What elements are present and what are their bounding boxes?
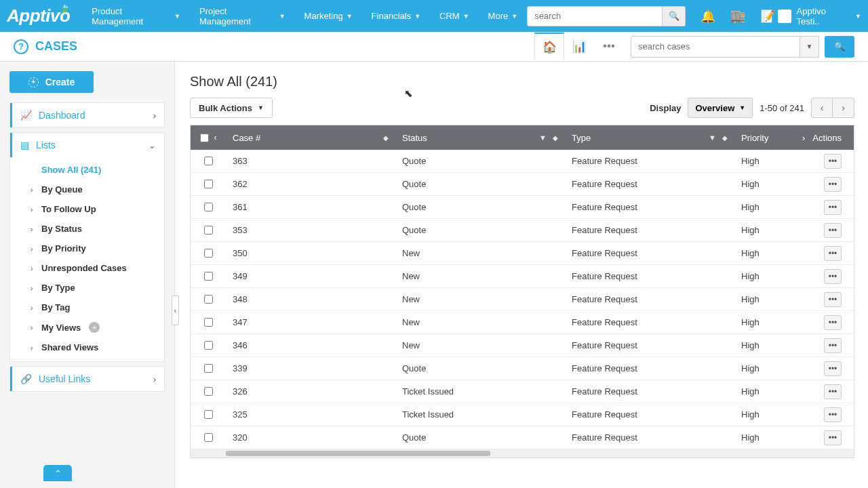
module-search-dropdown[interactable]: ▼: [800, 36, 819, 58]
sidebar-item-label: To Follow Up: [41, 204, 96, 214]
sidebar-item-by-priority[interactable]: ›By Priority: [10, 239, 164, 258]
bulk-actions-button[interactable]: Bulk Actions ▼: [190, 98, 273, 118]
row-checkbox[interactable]: [204, 341, 213, 350]
nav-item-product-management[interactable]: Product Management▼: [82, 0, 190, 35]
sidebar-item-my-views[interactable]: ›My Views+: [10, 317, 164, 338]
table-row[interactable]: 325Ticket IssuedFeature RequestHigh•••: [191, 403, 854, 426]
scrollbar-thumb[interactable]: [226, 451, 490, 456]
row-checkbox[interactable]: [204, 318, 213, 327]
td-checkbox: [191, 364, 226, 373]
sidebar-item-by-queue[interactable]: ›By Queue: [10, 180, 164, 199]
tab-home[interactable]: 🏠: [534, 33, 564, 60]
row-checkbox[interactable]: [204, 364, 213, 373]
nav-item-crm[interactable]: CRM▼: [430, 0, 479, 35]
sidebar-item-by-status[interactable]: ›By Status: [10, 219, 164, 239]
sidebar-item-by-type[interactable]: ›By Type: [10, 278, 164, 298]
range-text: 1-50 of 241: [760, 103, 804, 113]
tab-reports[interactable]: 📊: [564, 33, 594, 60]
td-actions: •••: [789, 292, 854, 307]
td-status: Quote: [395, 202, 565, 212]
module-search-button[interactable]: 🔍: [825, 36, 854, 58]
global-search-button[interactable]: 🔍: [663, 6, 686, 26]
nav-item-label: More: [488, 11, 509, 21]
pager-next-button[interactable]: ›: [833, 98, 854, 118]
sidebar-item-shared-views[interactable]: ›Shared Views: [10, 338, 164, 357]
horizontal-scrollbar[interactable]: [191, 449, 854, 458]
nav-item-marketing[interactable]: Marketing▼: [295, 0, 362, 35]
sidebar-item-to-follow-up[interactable]: ›To Follow Up: [10, 199, 164, 219]
row-checkbox[interactable]: [204, 157, 213, 165]
row-checkbox[interactable]: [204, 295, 213, 304]
row-actions-button[interactable]: •••: [824, 430, 842, 445]
row-actions-button[interactable]: •••: [824, 384, 842, 399]
th-priority[interactable]: Priority: [734, 133, 789, 143]
th-type[interactable]: Type ▼ ◆: [565, 133, 734, 143]
row-actions-button[interactable]: •••: [824, 223, 842, 238]
table-row[interactable]: 363QuoteFeature RequestHigh•••: [191, 150, 854, 173]
row-checkbox[interactable]: [204, 387, 213, 396]
row-checkbox[interactable]: [204, 433, 213, 442]
bell-icon[interactable]: 🔔: [701, 9, 715, 24]
table-row[interactable]: 353QuoteFeature RequestHigh•••: [191, 219, 854, 242]
row-checkbox[interactable]: [204, 203, 213, 211]
chevron-left-icon[interactable]: ‹: [214, 133, 217, 142]
sidebar-item-unresponded-cases[interactable]: ›Unresponded Cases: [10, 258, 164, 278]
sidebar-item-show-all[interactable]: Show All (241): [10, 160, 164, 180]
sidebar-useful-links[interactable]: 🔗 Useful Links ›: [9, 366, 165, 392]
row-actions-button[interactable]: •••: [824, 200, 842, 215]
th-status[interactable]: Status ▼ ◆: [395, 133, 565, 143]
nav-item-project-management[interactable]: Project Management▼: [190, 0, 295, 35]
global-search-input[interactable]: [527, 6, 663, 26]
add-icon[interactable]: +: [89, 322, 100, 333]
nav-item-more[interactable]: More▼: [479, 0, 528, 35]
row-actions-button[interactable]: •••: [824, 338, 842, 353]
table-row[interactable]: 346NewFeature RequestHigh•••: [191, 334, 854, 357]
td-case-number: 348: [226, 294, 395, 304]
table-row[interactable]: 347NewFeature RequestHigh•••: [191, 311, 854, 334]
chevron-down-icon: ⌄: [149, 140, 156, 150]
row-checkbox[interactable]: [204, 180, 213, 188]
module-search-input[interactable]: [631, 36, 800, 58]
chevron-right-icon[interactable]: ›: [802, 133, 805, 143]
pager-prev-button[interactable]: ‹: [811, 98, 833, 118]
th-case-number[interactable]: Case # ◆: [226, 133, 395, 143]
table-row[interactable]: 326Ticket IssuedFeature RequestHigh•••: [191, 380, 854, 403]
row-actions-button[interactable]: •••: [824, 246, 842, 261]
row-actions-button[interactable]: •••: [824, 361, 842, 376]
row-checkbox[interactable]: [204, 226, 213, 235]
row-actions-button[interactable]: •••: [824, 269, 842, 284]
sidebar-collapse-handle[interactable]: ‹: [172, 296, 179, 325]
table-row[interactable]: 320QuoteFeature RequestHigh•••: [191, 426, 854, 449]
table-row[interactable]: 348NewFeature RequestHigh•••: [191, 288, 854, 311]
table-row[interactable]: 349NewFeature RequestHigh•••: [191, 265, 854, 288]
table-row[interactable]: 339QuoteFeature RequestHigh•••: [191, 357, 854, 380]
store-icon[interactable]: 🏬: [730, 9, 745, 24]
row-actions-button[interactable]: •••: [824, 407, 842, 422]
caret-down-icon: ▼: [463, 13, 469, 20]
lists-label: Lists: [36, 140, 56, 150]
row-actions-button[interactable]: •••: [824, 154, 842, 169]
row-actions-button[interactable]: •••: [824, 177, 842, 192]
table-row[interactable]: 350NewFeature RequestHigh•••: [191, 242, 854, 265]
select-all-checkbox[interactable]: [200, 134, 209, 142]
table-row[interactable]: 362QuoteFeature RequestHigh•••: [191, 173, 854, 196]
compose-icon[interactable]: 📝: [760, 9, 775, 24]
display-overview-button[interactable]: Overview ▼: [688, 98, 753, 118]
table-row[interactable]: 361QuoteFeature RequestHigh•••: [191, 196, 854, 219]
user-menu[interactable]: Apptivo Testi.. ▼: [778, 6, 861, 26]
row-checkbox[interactable]: [204, 410, 213, 419]
page-title: Show All (241): [190, 74, 854, 89]
logo[interactable]: Apptivo🍃: [3, 5, 74, 26]
row-actions-button[interactable]: •••: [824, 292, 842, 307]
nav-item-financials[interactable]: Financials▼: [362, 0, 430, 35]
sidebar-lists-header[interactable]: ▤ Lists ⌄: [10, 133, 164, 157]
sidebar-dashboard[interactable]: 📈 Dashboard ›: [9, 102, 165, 128]
row-checkbox[interactable]: [204, 272, 213, 281]
create-button[interactable]: + Create: [9, 71, 94, 93]
sidebar-item-by-tag[interactable]: ›By Tag: [10, 298, 164, 317]
bottom-tab[interactable]: ⌃: [43, 465, 72, 481]
dots-icon: •••: [829, 180, 837, 189]
row-checkbox[interactable]: [204, 249, 213, 258]
row-actions-button[interactable]: •••: [824, 315, 842, 330]
tab-more[interactable]: •••: [594, 33, 624, 60]
